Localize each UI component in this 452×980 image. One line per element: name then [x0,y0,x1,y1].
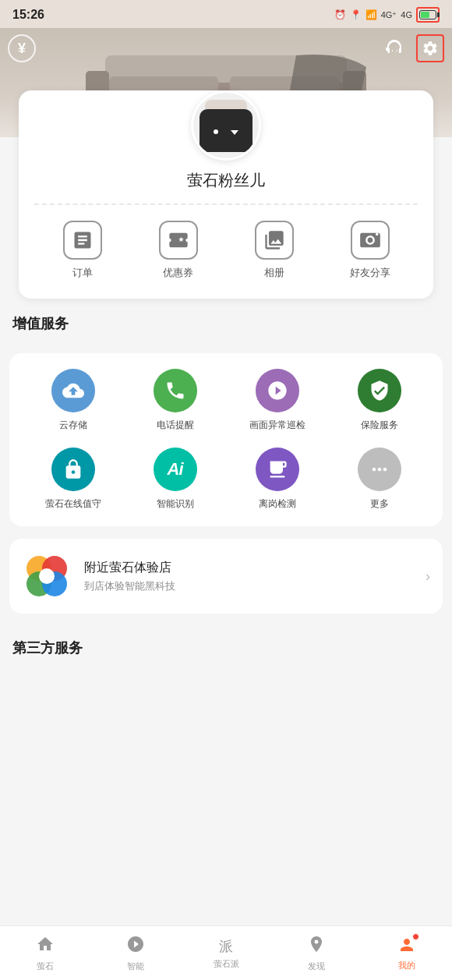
currency-symbol: ¥ [18,41,26,57]
store-info: 附近萤石体验店 到店体验智能黑科技 [84,560,413,593]
派-nav-icon: 派 [219,937,233,956]
album-label: 相册 [264,266,284,280]
signal-icon: 4G⁺ [381,10,397,20]
phone-reminder-label: 电话提醒 [157,419,194,432]
alarm-icon: ⏰ [334,9,346,20]
store-arrow-icon: › [426,568,430,585]
network-icon: 4G [401,10,412,19]
home-nav-label: 萤石 [37,961,54,972]
discover-nav-icon [307,935,326,958]
mine-nav-icon-wrapper [397,936,416,957]
phone-reminder-icon [154,369,197,412]
currency-button[interactable]: ¥ [8,34,36,62]
departure-detect-label: 离岗检测 [259,497,296,511]
value-added-section: 增值服务 [0,299,452,353]
insurance-label: 保险服务 [361,419,398,432]
share-label: 好友分享 [350,266,390,280]
派-nav-label: 萤石派 [214,958,239,970]
store-title: 附近萤石体验店 [84,560,413,576]
header-icons [380,34,444,62]
nav-item-mine[interactable]: 我的 [362,929,452,978]
smart-nav-icon [126,935,145,958]
menu-item-album[interactable]: 相册 [226,221,322,280]
service-item-phone-reminder[interactable]: 电话提醒 [124,369,226,432]
mine-nav-label: 我的 [398,960,415,971]
location-icon: 📍 [350,9,362,20]
profile-divider [34,203,418,205]
menu-item-orders[interactable]: 订单 [34,221,130,280]
home-nav-icon [36,935,55,958]
service-item-departure-detect[interactable]: 离岗检测 [226,448,328,511]
nav-item-home[interactable]: 萤石 [0,929,90,978]
more-icon [358,448,401,491]
service-item-screen-check[interactable]: 画面异常巡检 [226,369,328,432]
profile-card: 萤石粉丝儿 订单 优惠 [19,90,433,299]
share-icon [351,221,390,260]
third-party-title: 第三方服务 [0,626,452,663]
menu-item-share[interactable]: 好友分享 [322,221,418,280]
service-item-more[interactable]: 更多 [328,448,430,511]
departure-detect-icon [256,448,299,491]
headset-icon [385,39,404,58]
insurance-icon [358,369,401,412]
battery-container [416,7,440,23]
wifi-icon: 📶 [365,9,377,20]
coupons-label: 优惠券 [163,266,193,280]
service-item-cloud-storage[interactable]: 云存储 [22,369,124,432]
settings-button[interactable] [416,34,444,62]
value-added-title: 增值服务 [12,314,440,333]
orders-icon [63,221,102,260]
service-item-ai-identify[interactable]: Ai 智能识别 [124,448,226,511]
profile-menu-grid: 订单 优惠券 相册 [34,221,418,280]
ai-identify-label: 智能识别 [157,497,194,511]
nav-item-派[interactable]: 派 萤石派 [181,931,271,976]
discover-nav-label: 发现 [308,961,325,972]
service-item-online-guard[interactable]: 萤石在线值守 [22,448,124,511]
smart-nav-label: 智能 [127,961,144,972]
cloud-storage-label: 云存储 [59,419,87,432]
store-logo [22,551,72,601]
gear-icon [422,40,439,57]
status-time: 15:26 [12,8,44,22]
nav-item-discover[interactable]: 发现 [271,929,362,978]
username: 萤石粉丝儿 [34,170,418,191]
customer-service-button[interactable] [380,34,408,62]
store-banner[interactable]: 附近萤石体验店 到店体验智能黑科技 › [9,539,443,614]
status-icons: ⏰ 📍 📶 4G⁺ 4G [334,7,440,23]
store-subtitle: 到店体验智能黑科技 [84,579,413,593]
screen-check-label: 画面异常巡检 [249,419,305,432]
coupons-icon [159,221,198,260]
online-guard-label: 萤石在线值守 [45,497,101,511]
avatar[interactable] [191,90,261,161]
service-item-insurance[interactable]: 保险服务 [328,369,430,432]
menu-item-coupons[interactable]: 优惠券 [130,221,226,280]
more-label: 更多 [370,497,389,511]
orders-label: 订单 [72,266,93,280]
mine-badge [412,933,419,940]
bottom-nav: 萤石 智能 派 萤石派 发现 我的 [0,925,452,980]
screen-check-icon [256,369,299,412]
online-guard-icon [51,448,95,491]
ai-identify-icon: Ai [154,448,197,491]
services-grid: 云存储 电话提醒 画面异常巡检 [22,369,430,511]
avatar-wrapper [34,90,418,161]
svg-point-16 [39,568,55,584]
nav-item-smart[interactable]: 智能 [90,929,181,978]
status-bar: 15:26 ⏰ 📍 📶 4G⁺ 4G [0,0,452,28]
album-icon [255,221,294,260]
cloud-storage-icon [51,369,95,412]
battery-icon [419,10,436,19]
services-card: 云存储 电话提醒 画面异常巡检 [9,353,443,526]
